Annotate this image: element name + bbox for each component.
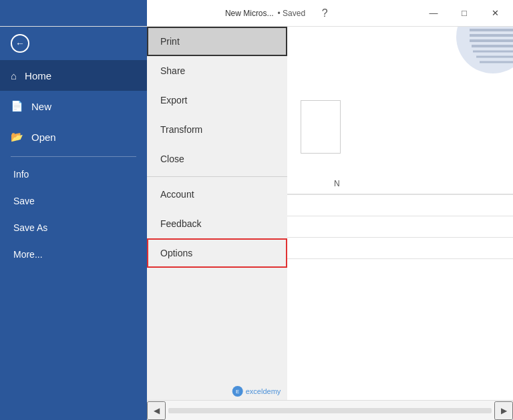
- sidebar-item-save[interactable]: Save: [0, 188, 147, 214]
- watermark: E exceldemy: [232, 386, 281, 397]
- dropdown-item-account[interactable]: Account: [147, 180, 287, 209]
- save-as-label: Save As: [13, 222, 47, 233]
- scroll-right-button[interactable]: ▶: [494, 401, 513, 420]
- col2-header: N: [334, 179, 401, 188]
- word-logo-svg: [419, 27, 513, 77]
- sidebar: ← ⌂ Home 📄 New 📂 Open Info Save Save As …: [0, 27, 147, 420]
- back-button[interactable]: ←: [0, 27, 147, 60]
- minimize-button[interactable]: —: [418, 0, 449, 27]
- saved-status-label: • Saved: [278, 9, 306, 18]
- help-button[interactable]: ?: [309, 0, 340, 27]
- svg-point-0: [456, 27, 513, 73]
- new-label: New: [31, 101, 51, 112]
- sidebar-item-save-as[interactable]: Save As: [0, 214, 147, 241]
- share-label: Share: [160, 65, 185, 76]
- dropdown-divider: [147, 176, 287, 177]
- feedback-label: Feedback: [160, 218, 201, 229]
- export-label: Export: [160, 95, 187, 106]
- dropdown-item-export[interactable]: Export: [147, 85, 287, 115]
- close-button[interactable]: ✕: [480, 0, 510, 27]
- more-label: More...: [13, 249, 43, 260]
- options-label: Options: [160, 248, 192, 258]
- dropdown-item-feedback[interactable]: Feedback: [147, 209, 287, 238]
- new-icon: 📄: [11, 100, 23, 112]
- dropdown-item-transform[interactable]: Transform: [147, 115, 287, 144]
- open-label: Open: [31, 132, 56, 143]
- account-label: Account: [160, 189, 194, 200]
- home-label: Home: [25, 70, 51, 81]
- sidebar-item-open[interactable]: 📂 Open: [0, 122, 147, 152]
- window-controls: — □ ✕: [418, 0, 513, 27]
- content-box: [301, 100, 341, 154]
- watermark-text: exceldemy: [246, 387, 281, 395]
- save-label: Save: [13, 196, 35, 206]
- bottom-scrollbar: ◀ ▶: [147, 400, 513, 420]
- transform-label: Transform: [160, 124, 202, 135]
- dropdown-item-share[interactable]: Share: [147, 56, 287, 85]
- title-bar-center: New Micros... • Saved ?: [147, 0, 418, 27]
- maximize-button[interactable]: □: [449, 0, 480, 27]
- close-menu-label: Close: [160, 154, 184, 164]
- print-label: Print: [160, 36, 180, 47]
- word-logo-area: [419, 27, 513, 77]
- scroll-left-button[interactable]: ◀: [147, 401, 166, 420]
- scroll-track[interactable]: [168, 408, 492, 413]
- sidebar-item-info[interactable]: Info: [0, 161, 147, 188]
- sidebar-item-home[interactable]: ⌂ Home: [0, 60, 147, 91]
- back-arrow-icon: ←: [15, 38, 25, 49]
- filename-label: New Micros...: [225, 9, 274, 18]
- sidebar-divider: [11, 156, 136, 157]
- title-bar: New Micros... • Saved ? — □ ✕: [0, 0, 513, 27]
- watermark-icon: E: [232, 386, 243, 397]
- dropdown-item-options[interactable]: Options: [147, 238, 287, 268]
- dropdown-item-print[interactable]: Print: [147, 27, 287, 56]
- open-icon: 📂: [11, 131, 23, 143]
- dropdown-menu: Print Share Export Transform Close Accou…: [147, 27, 287, 400]
- info-label: Info: [13, 169, 29, 180]
- title-bar-left: [0, 0, 147, 26]
- sidebar-item-new[interactable]: 📄 New: [0, 91, 147, 122]
- dropdown-item-close[interactable]: Close: [147, 144, 287, 174]
- home-icon: ⌂: [11, 70, 17, 81]
- sidebar-item-more[interactable]: More...: [0, 241, 147, 268]
- back-circle-icon: ←: [11, 34, 29, 53]
